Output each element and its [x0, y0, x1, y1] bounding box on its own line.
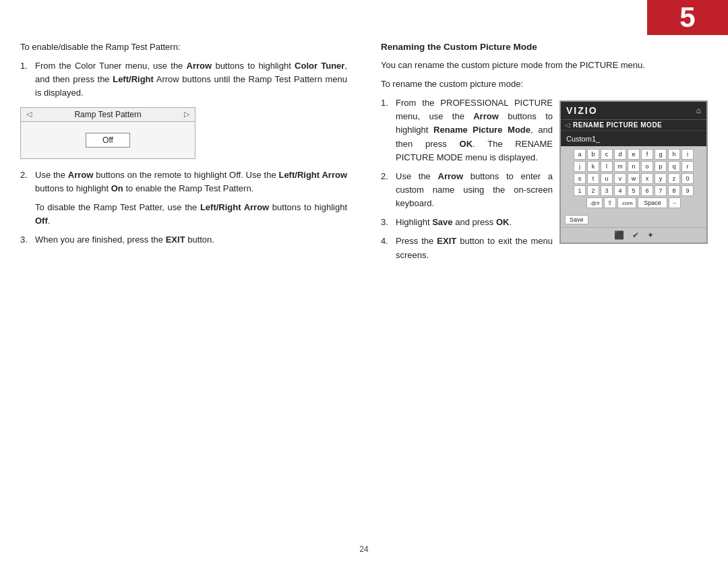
vizio-bottom-bar: ⬛ ✔ ✦ [561, 227, 706, 243]
key-4[interactable]: 4 [614, 185, 626, 196]
right-intro: You can rename the custom picture mode f… [381, 59, 708, 72]
right-step-num-4: 4. [381, 235, 392, 261]
key-x[interactable]: x [641, 173, 653, 184]
key-9[interactable]: 9 [681, 185, 694, 196]
key-dotcom[interactable]: .com [617, 197, 636, 208]
key-at-hash[interactable]: .@# [586, 197, 603, 208]
key-delete[interactable]: ← [669, 197, 681, 208]
vizio-save-row: Save [561, 212, 706, 227]
vizio-keyboard: a b c d e f g h i j k l [561, 146, 706, 212]
keyboard-row-3: s t u v w x y z 0 [565, 173, 702, 184]
vizio-top-bar: VIZIO ⌂ [561, 102, 706, 119]
step-num-2: 2. [20, 168, 31, 228]
key-q[interactable]: q [668, 161, 680, 172]
home-icon: ⌂ [696, 106, 701, 115]
page-footer: 24 [0, 544, 728, 554]
right-step-1: 1. From the PROFESSIONAL PICTURE menu, u… [381, 96, 553, 164]
tv-icon: ⬛ [614, 230, 624, 240]
key-n[interactable]: n [628, 161, 640, 172]
key-f[interactable]: f [641, 149, 653, 160]
key-r[interactable]: r [681, 161, 694, 172]
key-e[interactable]: e [628, 149, 640, 160]
key-1[interactable]: 1 [574, 185, 586, 196]
key-5[interactable]: 5 [628, 185, 640, 196]
top-banner: 5 [647, 0, 728, 35]
key-0[interactable]: 0 [681, 173, 694, 184]
key-s[interactable]: s [574, 173, 586, 184]
key-i[interactable]: i [681, 149, 694, 160]
key-m[interactable]: m [614, 161, 626, 172]
key-g[interactable]: g [655, 149, 667, 160]
key-7[interactable]: 7 [655, 185, 667, 196]
main-content: To enable/disable the Ramp Test Pattern:… [20, 40, 708, 535]
key-t[interactable]: t [587, 173, 599, 184]
keyboard-row-5: .@# ⇧ .com Space ← [565, 197, 702, 208]
vizio-input-text: Custom1_ [566, 135, 600, 143]
key-y[interactable]: y [655, 173, 667, 184]
to-rename-label: To rename the custom picture mode: [381, 77, 708, 91]
step-num-3: 3. [20, 233, 31, 247]
right-step-text-2: Use the Arrow buttons to enter a custom … [396, 170, 553, 210]
ramp-left-arrow: ◁ [26, 110, 32, 119]
key-z[interactable]: z [668, 173, 680, 184]
vizio-logo: VIZIO [566, 105, 598, 116]
step-num-1: 1. [20, 59, 31, 100]
key-space[interactable]: Space [638, 197, 667, 208]
key-3[interactable]: 3 [601, 185, 613, 196]
vizio-save-button[interactable]: Save [565, 215, 588, 224]
key-shift[interactable]: ⇧ [604, 197, 616, 208]
key-d[interactable]: d [614, 149, 626, 160]
key-k[interactable]: k [587, 161, 599, 172]
ramp-title: Ramp Test Pattern [32, 110, 184, 119]
menu-left-arrow-icon: ◁ [565, 121, 570, 129]
key-8[interactable]: 8 [668, 185, 680, 196]
step-text-3: When you are finished, press the EXIT bu… [35, 233, 347, 247]
right-step-3: 3. Highlight Save and press OK. [381, 216, 553, 229]
keyboard-row-4: 1 2 3 4 5 6 7 8 9 [565, 185, 702, 196]
key-l[interactable]: l [601, 161, 613, 172]
left-column: To enable/disable the Ramp Test Pattern:… [20, 40, 354, 535]
right-column: Renaming the Custom Picture Mode You can… [374, 40, 708, 535]
vizio-menu-label: RENAME PICTURE MODE [573, 121, 662, 129]
footer-page-number: 24 [359, 544, 368, 554]
key-p[interactable]: p [655, 161, 667, 172]
key-b[interactable]: b [587, 149, 599, 160]
right-step-2: 2. Use the Arrow buttons to enter a cust… [381, 170, 553, 210]
right-step-4: 4. Press the EXIT button to exit the men… [381, 235, 553, 261]
vizio-menu-row: ◁ RENAME PICTURE MODE [561, 119, 706, 130]
ramp-off-button[interactable]: Off [86, 133, 130, 148]
ramp-header: ◁ Ramp Test Pattern ▷ [21, 108, 195, 122]
key-o[interactable]: o [641, 161, 653, 172]
key-u[interactable]: u [601, 173, 613, 184]
page-number: 5 [679, 3, 695, 32]
vizio-tv-ui: VIZIO ⌂ ◁ RENAME PICTURE MODE Custom1_ a… [559, 100, 708, 244]
left-step-1: 1. From the Color Tuner menu, use the Ar… [20, 59, 347, 100]
key-2[interactable]: 2 [587, 185, 599, 196]
ramp-right-arrow: ▷ [184, 110, 189, 119]
right-col-inner: VIZIO ⌂ ◁ RENAME PICTURE MODE Custom1_ a… [381, 96, 708, 268]
left-intro: To enable/disable the Ramp Test Pattern: [20, 40, 347, 54]
step-text-1: From the Color Tuner menu, use the Arrow… [35, 59, 347, 100]
key-j[interactable]: j [574, 161, 586, 172]
down-chevron-icon: ✔ [632, 230, 639, 240]
right-step-num-2: 2. [381, 170, 392, 210]
ramp-body: Off [21, 122, 195, 158]
right-step-text-4: Press the EXIT button to exit the menu s… [396, 235, 553, 261]
key-w[interactable]: w [628, 173, 640, 184]
gear-icon: ✦ [647, 230, 654, 240]
key-6[interactable]: 6 [641, 185, 653, 196]
right-step-text-1: From the PROFESSIONAL PICTURE menu, use … [396, 96, 553, 164]
key-v[interactable]: v [614, 173, 626, 184]
key-a[interactable]: a [574, 149, 586, 160]
right-step-text-3: Highlight Save and press OK. [396, 216, 553, 229]
key-h[interactable]: h [668, 149, 680, 160]
keyboard-row-1: a b c d e f g h i [565, 149, 702, 160]
ramp-test-box: ◁ Ramp Test Pattern ▷ Off [20, 107, 195, 159]
step-2-subpara: To disable the Ramp Test Patter, use the… [35, 201, 347, 228]
keyboard-row-2: j k l m n o p q r [565, 161, 702, 172]
key-c[interactable]: c [601, 149, 613, 160]
left-step-2: 2. Use the Arrow buttons on the remote t… [20, 168, 347, 228]
section-title: Renaming the Custom Picture Mode [381, 40, 708, 55]
vizio-input-row: Custom1_ [561, 130, 706, 146]
right-step-num-1: 1. [381, 96, 392, 164]
